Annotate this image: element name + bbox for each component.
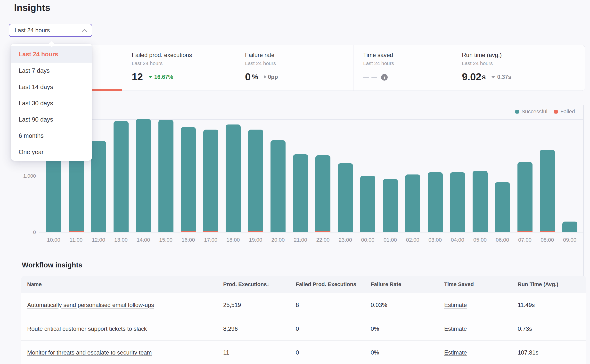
time-range-dropdown: Last 24 hoursLast 7 daysLast 14 daysLast… [11,44,92,161]
x-tick-14:00: 14:00 [132,237,155,243]
x-tick-03:00: 03:00 [424,237,446,243]
menu-item-6-months[interactable]: 6 months [11,128,92,144]
menu-item-last-7-days[interactable]: Last 7 days [11,63,92,79]
delta-badge: 16.67% [148,74,173,80]
prod-executions-cell: 11 [223,349,296,356]
arrow-down-icon [491,76,495,78]
empty-value-dash [371,77,377,78]
x-tick-21:00: 21:00 [289,237,312,243]
menu-item-last-30-days[interactable]: Last 30 days [11,95,92,111]
arrow-flat-icon [264,75,266,79]
chevron-up-icon [82,29,87,32]
x-tick-01:00: 01:00 [379,237,402,243]
run-time-cell: 0.73s [518,325,586,332]
x-tick-18:00: 18:00 [222,237,244,243]
workflow-insights-table: Name Prod. Executions↓ Failed Prod. Exec… [21,276,586,364]
menu-item-one-year[interactable]: One year [11,144,92,160]
column-header-failed-prod-executions[interactable]: Failed Prod. Executions [296,281,371,288]
bar-09:00 [562,222,577,232]
legend-item-failed[interactable]: Failed [554,108,575,115]
card-value-unit: s [482,73,486,81]
y-tick-0: 0 [0,229,36,235]
x-tick-17:00: 17:00 [200,237,222,243]
bar-17:00 [203,130,218,232]
stat-card-time-saved[interactable]: Time saved Last 24 hours i [353,45,452,91]
y-tick-1000: 1,000 [0,173,36,179]
bar-19:00 [248,130,263,232]
menu-item-last-90-days[interactable]: Last 90 days [11,111,92,128]
card-value-unit: % [252,73,258,81]
column-header-name[interactable]: Name [21,281,223,288]
info-icon[interactable]: i [381,74,388,81]
time-range-select-value: Last 24 hours [15,27,50,34]
x-tick-16:00: 16:00 [177,237,199,243]
bar-14:00 [136,119,151,232]
bar-21:00 [293,154,308,232]
x-tick-10:00: 10:00 [42,237,65,243]
table-header-row: Name Prod. Executions↓ Failed Prod. Exec… [21,276,586,293]
card-subtitle: Last 24 hours [132,60,235,66]
x-tick-22:00: 22:00 [312,237,334,243]
delta-badge: 0pp [264,74,278,80]
failed-prod-executions-cell: 8 [296,302,371,308]
failure-rate-cell: 0% [371,325,444,332]
column-header-time-saved[interactable]: Time Saved [444,281,518,288]
bar-12:00 [91,141,106,232]
menu-item-last-14-days[interactable]: Last 14 days [11,79,92,95]
column-header-run-time[interactable]: Run Time (Avg.) [518,281,586,288]
card-value: 0 [245,71,251,83]
failed-prod-executions-cell: 0 [296,349,371,356]
run-time-cell: 107.81s [518,349,586,356]
stat-cards-row: Failed prod. executions Last 24 hours 12… [29,45,585,91]
failure-rate-cell: 0% [371,349,444,356]
x-tick-11:00: 11:00 [65,237,87,243]
failed-swatch-icon [554,110,558,114]
x-tick-04:00: 04:00 [446,237,469,243]
bar-00:00 [360,176,375,232]
bar-10:00 [46,150,61,232]
time-saved-estimate-link[interactable]: Estimate [444,325,467,332]
x-tick-02:00: 02:00 [402,237,424,243]
stat-card-failed-prod-executions[interactable]: Failed prod. executions Last 24 hours 12… [122,45,235,91]
workflow-name-link[interactable]: Route critical customer support tickets … [27,325,147,332]
bar-18:00 [226,124,241,232]
time-saved-estimate-link[interactable]: Estimate [444,349,467,356]
card-value: 12 [132,71,143,83]
run-time-cell: 11.49s [518,302,586,308]
column-header-prod-executions[interactable]: Prod. Executions↓ [223,281,296,288]
card-title: Time saved [363,52,452,58]
card-subtitle: Last 24 hours [245,60,353,66]
table-row: Automatically send personalised email fo… [21,293,586,317]
bar-02:00 [405,174,420,232]
workflow-insights-heading: Workflow insights [22,261,82,269]
sort-descending-icon: ↓ [267,281,270,287]
failed-prod-executions-cell: 0 [296,325,371,332]
failure-rate-cell: 0.03% [371,302,444,308]
card-value: 9.02 [462,71,481,83]
bar-15:00 [158,120,173,232]
executions-bar-chart [39,104,583,232]
column-header-failure-rate[interactable]: Failure Rate [371,281,444,288]
bar-03:00 [428,172,443,232]
card-title: Failed prod. executions [132,52,235,58]
menu-item-last-24-hours[interactable]: Last 24 hours [11,46,92,63]
x-tick-09:00: 09:00 [559,237,581,243]
x-tick-00:00: 00:00 [357,237,379,243]
legend-item-successful[interactable]: Successful [515,108,547,115]
x-tick-07:00: 07:00 [514,237,536,243]
bar-16:00 [181,127,196,232]
workflow-name-link[interactable]: Automatically send personalised email fo… [27,302,154,308]
time-saved-estimate-link[interactable]: Estimate [444,302,467,308]
delta-badge: 0.37s [491,74,511,80]
table-row: Monitor for threats and escalate to secu… [21,341,586,364]
successful-swatch-icon [515,110,519,114]
bar-06:00 [495,182,510,232]
empty-value-dash [363,77,369,78]
stat-card-run-time[interactable]: Run time (avg.) Last 24 hours 9.02 s 0.3… [452,45,584,91]
x-tick-20:00: 20:00 [267,237,289,243]
card-title: Run time (avg.) [462,52,584,58]
bar-07:00 [517,162,533,232]
workflow-name-link[interactable]: Monitor for threats and escalate to secu… [27,349,152,356]
stat-card-failure-rate[interactable]: Failure rate Last 24 hours 0 % 0pp [235,45,353,91]
time-range-select[interactable]: Last 24 hours [9,24,92,37]
